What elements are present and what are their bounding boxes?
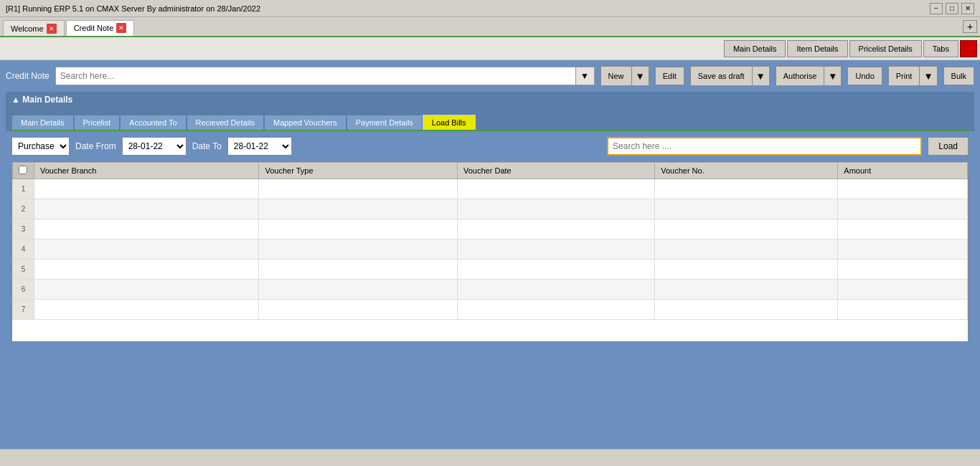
credit-note-bar: Credit Note ▼ New ▼ Edit Save as draft ▼… bbox=[6, 66, 974, 86]
type-select[interactable]: Purchase Sales bbox=[11, 137, 70, 156]
new-btn-group: New ▼ bbox=[600, 66, 649, 86]
load-bills-content: Purchase Sales Date From 28-01-22 Date T… bbox=[6, 131, 974, 348]
tab-accounted-to-label: Accounted To bbox=[129, 118, 176, 127]
tab-payment-details-label: Payment Details bbox=[356, 118, 413, 127]
inner-tabs: Main Details Pricelist Accounted To Reci… bbox=[6, 110, 974, 130]
maximize-btn[interactable]: □ bbox=[946, 3, 958, 14]
tab-accounted-to[interactable]: Accounted To bbox=[120, 115, 186, 130]
voucher-date-2 bbox=[458, 199, 655, 219]
col-amount: Amount bbox=[838, 163, 968, 179]
col-checkbox bbox=[13, 163, 34, 179]
voucher-no-6 bbox=[655, 280, 838, 300]
voucher-type-3 bbox=[259, 219, 458, 239]
voucher-type-4 bbox=[259, 239, 458, 260]
item-details-toolbar-btn[interactable]: Item Details bbox=[787, 40, 847, 57]
col-voucher-no: Voucher No. bbox=[655, 163, 838, 179]
voucher-type-2 bbox=[259, 199, 458, 219]
tab-pricelist[interactable]: Pricelist bbox=[74, 115, 121, 130]
voucher-date-5 bbox=[458, 260, 655, 280]
col-voucher-date: Voucher Date bbox=[458, 163, 655, 179]
filter-row: Purchase Sales Date From 28-01-22 Date T… bbox=[11, 137, 969, 156]
voucher-branch-6 bbox=[34, 280, 259, 300]
voucher-type-7 bbox=[259, 300, 458, 320]
select-all-checkbox[interactable] bbox=[19, 166, 27, 174]
credit-note-search-dropdown[interactable]: ▼ bbox=[575, 67, 594, 85]
voucher-no-5 bbox=[655, 260, 838, 280]
voucher-date-4 bbox=[458, 239, 655, 260]
top-toolbar: Main Details Item Details Pricelist Deta… bbox=[0, 37, 980, 60]
table-scroll-area[interactable]: Voucher Branch Voucher Type Voucher Date… bbox=[12, 162, 968, 341]
title-bar-text: [R1] Running ERP 5.1 on CMAX Server By a… bbox=[6, 4, 260, 13]
tab-mapped-vouchers[interactable]: Mapped Vouchers bbox=[264, 115, 347, 130]
table-row: 3 bbox=[13, 219, 968, 239]
voucher-date-3 bbox=[458, 219, 655, 239]
table-row: 2 bbox=[13, 199, 968, 219]
bulk-btn[interactable]: Bulk bbox=[943, 67, 974, 85]
pricelist-details-toolbar-btn[interactable]: Pricelist Details bbox=[849, 40, 922, 57]
tab-creditnote-label: Credit Note bbox=[74, 24, 114, 32]
voucher-no-2 bbox=[655, 199, 838, 219]
close-btn[interactable]: ✕ bbox=[961, 3, 974, 14]
table-row: 7 bbox=[13, 300, 968, 320]
vouchers-table: Voucher Branch Voucher Type Voucher Date… bbox=[12, 162, 968, 320]
voucher-no-4 bbox=[655, 239, 838, 260]
new-btn[interactable]: New bbox=[601, 67, 632, 85]
voucher-type-1 bbox=[259, 179, 458, 199]
amount-3 bbox=[838, 219, 968, 239]
voucher-branch-4 bbox=[34, 239, 259, 260]
credit-note-label: Credit Note bbox=[6, 71, 50, 81]
credit-note-search-input[interactable] bbox=[56, 67, 575, 85]
new-btn-arrow[interactable]: ▼ bbox=[632, 67, 649, 85]
tab-pricelist-label: Pricelist bbox=[83, 118, 111, 127]
authorise-btn-arrow[interactable]: ▼ bbox=[824, 67, 841, 85]
row-num-6: 6 bbox=[13, 280, 34, 300]
tab-creditnote[interactable]: Credit Note ✕ bbox=[66, 20, 135, 36]
table-row: 4 bbox=[13, 239, 968, 260]
load-bills-search-input[interactable] bbox=[607, 137, 922, 156]
row-num-3: 3 bbox=[13, 219, 34, 239]
credit-note-search-container: ▼ bbox=[55, 67, 595, 85]
red-indicator bbox=[960, 40, 977, 57]
tab-load-bills-label: Load Bills bbox=[432, 118, 466, 127]
tab-creditnote-close[interactable]: ✕ bbox=[116, 23, 126, 33]
tab-bar: Welcome ✕ Credit Note ✕ + bbox=[0, 17, 980, 37]
date-from-input[interactable]: 28-01-22 bbox=[122, 137, 187, 156]
print-btn[interactable]: Print bbox=[889, 67, 920, 85]
load-button[interactable]: Load bbox=[928, 137, 969, 156]
tab-main-details[interactable]: Main Details bbox=[11, 115, 74, 130]
voucher-branch-2 bbox=[34, 199, 259, 219]
table-body: 1 2 3 4 5 bbox=[13, 179, 968, 320]
tab-received-details-label: Recieved Details bbox=[196, 118, 255, 127]
minimize-btn[interactable]: − bbox=[930, 3, 943, 14]
undo-btn[interactable]: Undo bbox=[847, 67, 882, 85]
tab-received-details[interactable]: Recieved Details bbox=[187, 115, 265, 130]
print-btn-group: Print ▼ bbox=[888, 66, 938, 86]
vouchers-table-wrapper: Voucher Branch Voucher Type Voucher Date… bbox=[11, 161, 969, 342]
save-draft-btn-group: Save as draft ▼ bbox=[690, 66, 770, 86]
tab-mapped-vouchers-label: Mapped Vouchers bbox=[273, 118, 337, 127]
amount-7 bbox=[838, 300, 968, 320]
table-row: 6 bbox=[13, 280, 968, 300]
date-to-input[interactable]: 28-01-22 bbox=[227, 137, 292, 156]
tab-load-bills[interactable]: Load Bills bbox=[423, 115, 476, 130]
amount-1 bbox=[838, 179, 968, 199]
save-draft-btn-arrow[interactable]: ▼ bbox=[753, 67, 769, 85]
print-btn-arrow[interactable]: ▼ bbox=[920, 67, 936, 85]
title-bar-controls: − □ ✕ bbox=[930, 3, 974, 14]
table-row: 1 bbox=[13, 179, 968, 199]
edit-btn[interactable]: Edit bbox=[655, 67, 684, 85]
tab-main-details-label: Main Details bbox=[21, 118, 65, 127]
tab-welcome-close[interactable]: ✕ bbox=[47, 24, 57, 34]
row-num-7: 7 bbox=[13, 300, 34, 320]
voucher-branch-3 bbox=[34, 219, 259, 239]
save-as-draft-btn[interactable]: Save as draft bbox=[691, 67, 753, 85]
tabs-toolbar-btn[interactable]: Tabs bbox=[923, 40, 958, 57]
tab-add-btn[interactable]: + bbox=[963, 20, 977, 33]
row-num-2: 2 bbox=[13, 199, 34, 219]
tab-welcome[interactable]: Welcome ✕ bbox=[3, 20, 65, 36]
main-area: Credit Note ▼ New ▼ Edit Save as draft ▼… bbox=[0, 60, 980, 449]
authorise-btn[interactable]: Authorise bbox=[776, 67, 824, 85]
tab-payment-details[interactable]: Payment Details bbox=[347, 115, 423, 130]
main-details-toolbar-btn[interactable]: Main Details bbox=[724, 40, 786, 57]
row-num-1: 1 bbox=[13, 179, 34, 199]
